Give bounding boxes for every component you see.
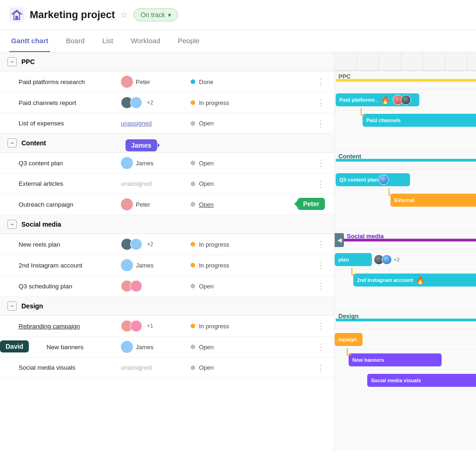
- avatar: [121, 341, 133, 353]
- gantt-row-scheduling: [335, 290, 476, 311]
- collapse-design[interactable]: −: [7, 301, 17, 311]
- section-social: − Social media: [0, 215, 334, 234]
- gantt-row-banners: New banners: [335, 350, 476, 370]
- gantt-bar-label: Social media visuals: [371, 378, 421, 383]
- status-label: Open: [199, 364, 214, 371]
- task-assignee[interactable]: James: [121, 259, 191, 271]
- gantt-row-reels: plan +2: [335, 249, 476, 270]
- gantt-avatar: [382, 254, 392, 265]
- scroll-left-button[interactable]: ◀: [335, 233, 344, 247]
- more-options-button[interactable]: ⋮: [315, 281, 327, 291]
- avatar: [121, 198, 133, 210]
- star-icon[interactable]: ☆: [120, 10, 128, 20]
- section-ppc: − PPC: [0, 52, 334, 72]
- gantt-ppc-label: PPC: [338, 73, 351, 80]
- gantt-bar-q3-content: Q3 content plan: [336, 173, 410, 186]
- collapse-social[interactable]: −: [7, 220, 17, 229]
- gantt-bar-instagram: 2nd Instagram account 🔥: [353, 274, 476, 287]
- task-status: Open: [191, 180, 265, 187]
- plus-badge: +2: [147, 241, 153, 248]
- more-options-button[interactable]: ⋮: [315, 342, 327, 352]
- gantt-bar-banners: New banners: [349, 353, 442, 366]
- gantt-section-social: ◀ Social media: [335, 231, 476, 249]
- task-row: David New banners James Open ⋮: [0, 337, 334, 358]
- task-assignee[interactable]: Peter: [121, 198, 191, 210]
- gantt-avatars-reels: +2: [374, 254, 400, 265]
- gantt-col-header: [335, 52, 357, 70]
- more-options-button[interactable]: ⋮: [315, 158, 327, 168]
- task-assignee[interactable]: James: [121, 341, 191, 353]
- task-status: Open: [191, 160, 265, 167]
- task-status: In progress: [191, 99, 265, 106]
- gantt-col-header: [423, 52, 445, 70]
- task-name: List of expenses: [19, 120, 121, 127]
- collapse-ppc[interactable]: −: [7, 57, 17, 66]
- status-label: In progress: [199, 262, 229, 269]
- task-row: Rebranding campaign +1 In progress ⋮: [0, 316, 334, 337]
- status-label: In progress: [199, 241, 229, 248]
- task-row: Paid channels report +2 In progress ⋮: [0, 92, 334, 113]
- task-assignee[interactable]: unassigned: [121, 180, 191, 187]
- more-options-button[interactable]: ⋮: [315, 118, 327, 129]
- gantt-bar-label: plan: [338, 257, 349, 262]
- gantt-connector: [361, 115, 365, 116]
- more-options-button[interactable]: ⋮: [315, 98, 327, 108]
- chevron-down-icon: ▾: [168, 11, 171, 19]
- task-row: External articles unassigned Open ⋮: [0, 174, 334, 194]
- avatar: [130, 320, 142, 332]
- assignee-name: James: [136, 160, 153, 167]
- avatar: [121, 76, 133, 88]
- task-assignee[interactable]: +2: [121, 97, 191, 109]
- assignee-name: James: [136, 262, 153, 269]
- more-options-button[interactable]: ⋮: [315, 77, 327, 87]
- gantt-col-header: [379, 52, 401, 70]
- status-dot-open: [191, 182, 195, 186]
- task-status: Open: [191, 364, 265, 371]
- task-name: New banners: [19, 344, 121, 351]
- task-assignee[interactable]: +2: [121, 238, 191, 250]
- task-assignee[interactable]: +1: [121, 320, 191, 332]
- gantt-row-rebranding: mpaign: [335, 329, 476, 350]
- tab-gantt[interactable]: Gantt chart: [9, 30, 50, 52]
- gantt-avatar: [401, 95, 411, 105]
- task-assignee[interactable]: unassigned: [121, 120, 191, 127]
- status-dot-open: [191, 345, 195, 349]
- gantt-design-label: Design: [338, 313, 358, 320]
- james-tooltip: James: [126, 139, 157, 151]
- peter-tooltip: Peter: [298, 198, 325, 210]
- more-options-button[interactable]: ⋮: [315, 239, 327, 249]
- main-content: − PPC Paid platforms research Peter Done…: [0, 52, 476, 450]
- avatar: [130, 280, 142, 292]
- collapse-content[interactable]: −: [7, 138, 17, 148]
- status-badge[interactable]: On track ▾: [133, 8, 178, 21]
- gantt-col-header: [467, 52, 476, 70]
- status-label: In progress: [199, 99, 229, 106]
- gantt-connector: [347, 348, 348, 354]
- section-design-label: Design: [21, 302, 43, 310]
- section-content-label: Content: [21, 139, 46, 147]
- gantt-panel: PPC Paid platforms . 🔥 Paid channels: [335, 52, 476, 450]
- more-options-button[interactable]: ⋮: [315, 363, 327, 373]
- task-assignee[interactable]: [121, 280, 191, 292]
- task-row: Q3 content plan James Open ⋮: [0, 153, 334, 174]
- task-assignee[interactable]: James: [121, 157, 191, 169]
- more-options-button[interactable]: ⋮: [315, 260, 327, 270]
- gantt-section-ppc: PPC: [335, 71, 476, 90]
- gantt-col-header: [445, 52, 468, 70]
- section-content: − Content James: [0, 134, 334, 153]
- task-name: Q3 scheduling plan: [19, 283, 121, 290]
- status-label: Open: [199, 160, 214, 167]
- task-assignee[interactable]: unassigned: [121, 364, 191, 371]
- task-name: New reels plan: [19, 241, 121, 248]
- flame-icon: 🔥: [381, 96, 390, 104]
- tab-workload[interactable]: Workload: [129, 30, 162, 52]
- task-assignee[interactable]: Peter: [121, 76, 191, 88]
- tab-people[interactable]: People: [176, 30, 201, 52]
- tab-list[interactable]: List: [100, 30, 115, 52]
- plus-badge: +1: [147, 323, 153, 329]
- more-options-button[interactable]: ⋮: [315, 321, 327, 331]
- gantt-row-external: External: [335, 190, 476, 210]
- tab-board[interactable]: Board: [64, 30, 86, 52]
- more-options-button[interactable]: ⋮: [315, 179, 327, 189]
- unassigned-link[interactable]: unassigned: [121, 120, 152, 127]
